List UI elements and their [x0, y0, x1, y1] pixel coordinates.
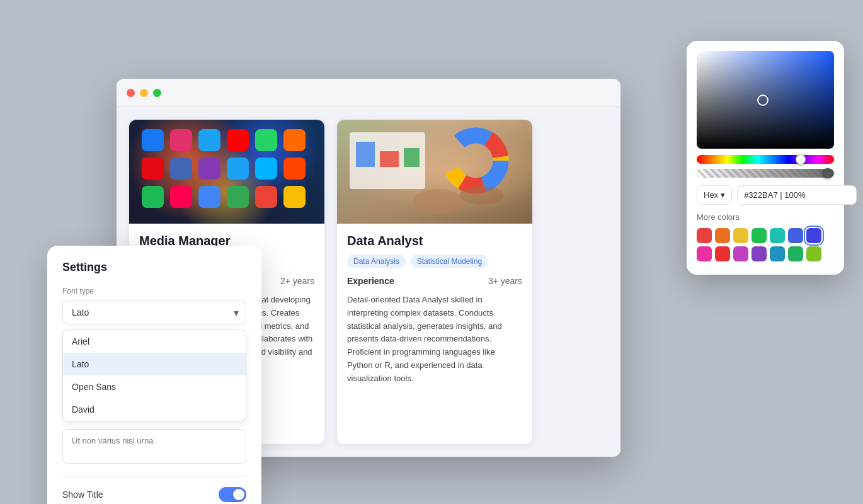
- svg-rect-1: [170, 129, 192, 151]
- minimize-button[interactable]: [140, 89, 148, 97]
- svg-rect-14: [198, 186, 220, 208]
- hue-slider[interactable]: [697, 155, 834, 164]
- hex-type-selector[interactable]: Hex ▾: [697, 185, 732, 205]
- svg-point-26: [460, 186, 504, 205]
- phone-image: [129, 120, 324, 224]
- swatch-crimson[interactable]: [715, 246, 730, 261]
- divider: [62, 476, 246, 477]
- hue-handle[interactable]: [796, 154, 806, 164]
- swatch-green[interactable]: [752, 228, 767, 243]
- color-swatches-row1: [697, 228, 834, 243]
- experience-value-media: 2+ years: [280, 276, 314, 286]
- card-body-data: Data Analyst Data Analysis Statistical M…: [337, 224, 532, 396]
- svg-rect-10: [255, 158, 277, 180]
- color-picker-handle[interactable]: [757, 94, 769, 106]
- color-gradient[interactable]: [697, 51, 834, 149]
- svg-rect-6: [142, 158, 164, 180]
- font-dropdown[interactable]: Ariel Lato Open Sans David: [62, 329, 246, 421]
- svg-rect-19: [356, 142, 375, 167]
- svg-rect-9: [227, 158, 249, 180]
- font-select-wrapper: Lato ▾: [62, 301, 246, 324]
- chevron-down-icon-color: ▾: [721, 190, 725, 200]
- data-analyst-tags: Data Analysis Statistical Modeling: [347, 255, 522, 268]
- swatch-darkblue[interactable]: [806, 228, 821, 243]
- swatch-emerald[interactable]: [788, 246, 803, 261]
- tag-statistical-modeling: Statistical Modeling: [411, 255, 488, 268]
- font-option-open-sans[interactable]: Open Sans: [63, 375, 246, 398]
- svg-rect-17: [283, 186, 306, 208]
- experience-row-data: Experience 3+ years: [347, 276, 522, 286]
- data-analyst-card: Data Analyst Data Analysis Statistical M…: [337, 120, 532, 444]
- color-picker-panel: Hex ▾ More colors: [687, 41, 844, 275]
- data-analyst-title: Data Analyst: [347, 234, 522, 248]
- svg-rect-8: [198, 158, 220, 180]
- swatch-lime[interactable]: [806, 246, 821, 261]
- svg-rect-2: [198, 129, 220, 151]
- swatch-pink[interactable]: [697, 246, 712, 261]
- svg-point-25: [413, 189, 463, 214]
- experience-value-data: 3+ years: [488, 276, 522, 286]
- font-type-label: Font type: [62, 287, 246, 295]
- svg-rect-21: [404, 148, 420, 167]
- swatch-red[interactable]: [697, 228, 712, 243]
- svg-rect-0: [142, 129, 164, 151]
- svg-rect-5: [283, 129, 306, 151]
- show-title-label: Show Title: [62, 490, 103, 500]
- settings-panel: Settings Font type Lato ▾ Ariel Lato Ope…: [47, 246, 261, 504]
- tag-data-analysis: Data Analysis: [347, 255, 406, 268]
- svg-rect-4: [255, 129, 277, 151]
- more-colors-label: More colors: [697, 212, 834, 222]
- svg-rect-11: [283, 158, 306, 180]
- browser-titlebar: [117, 79, 620, 107]
- font-option-ariel[interactable]: Ariel: [63, 330, 246, 353]
- color-swatches-row2: [697, 246, 834, 261]
- swatch-purple[interactable]: [733, 246, 748, 261]
- font-select[interactable]: Lato: [62, 301, 246, 324]
- svg-rect-16: [255, 186, 277, 208]
- maximize-button[interactable]: [153, 89, 161, 97]
- show-title-row: Show Title: [62, 487, 246, 502]
- business-image: [337, 120, 532, 224]
- show-title-toggle[interactable]: [219, 487, 246, 502]
- font-option-lato[interactable]: Lato: [63, 353, 246, 375]
- swatch-violet[interactable]: [752, 246, 767, 261]
- svg-rect-15: [227, 186, 249, 208]
- swatch-teal[interactable]: [770, 228, 785, 243]
- close-button[interactable]: [127, 89, 135, 97]
- font-option-david[interactable]: David: [63, 398, 246, 421]
- svg-rect-7: [170, 158, 192, 180]
- text-area[interactable]: [62, 429, 246, 464]
- hex-type-label: Hex: [704, 190, 718, 200]
- svg-rect-3: [227, 129, 249, 151]
- swatch-sky[interactable]: [770, 246, 785, 261]
- color-input-row: Hex ▾: [697, 185, 834, 205]
- svg-rect-12: [142, 186, 164, 208]
- alpha-handle[interactable]: [823, 168, 833, 178]
- hex-value-input[interactable]: [737, 185, 857, 205]
- swatch-blue[interactable]: [788, 228, 803, 243]
- settings-title: Settings: [62, 261, 246, 274]
- experience-label-data: Experience: [347, 276, 394, 286]
- data-description: Detail-oriented Data Analyst skilled in …: [347, 294, 522, 386]
- traffic-lights: [127, 89, 161, 97]
- swatch-yellow[interactable]: [733, 228, 748, 243]
- svg-rect-13: [170, 186, 192, 208]
- svg-rect-20: [380, 151, 399, 167]
- alpha-slider[interactable]: [697, 169, 834, 178]
- swatch-orange[interactable]: [715, 228, 730, 243]
